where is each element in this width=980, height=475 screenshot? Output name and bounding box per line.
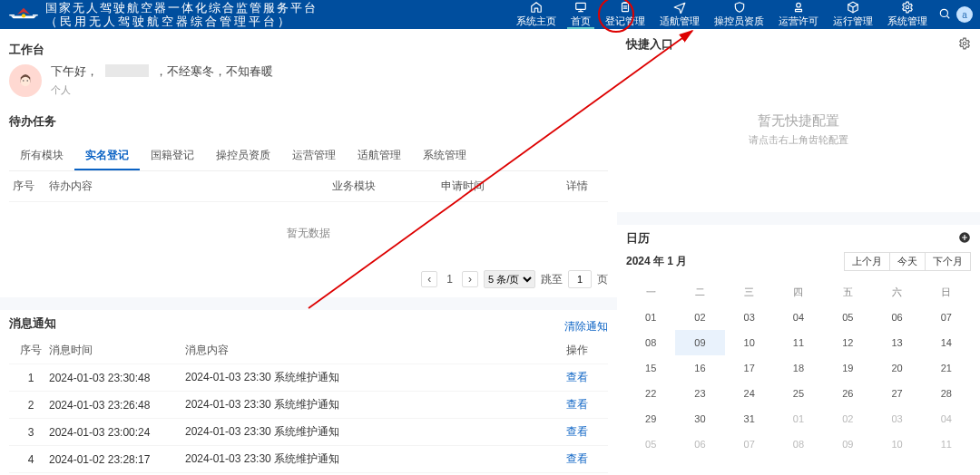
calendar-cell[interactable]: 11 xyxy=(774,330,823,355)
calendar-cell[interactable]: 03 xyxy=(872,406,921,431)
nav-item-2[interactable]: 登记管理 xyxy=(598,0,652,29)
notice-view-link[interactable]: 查看 xyxy=(566,452,588,465)
notice-row: 22024-01-03 23:26:482024-01-03 23:30 系统维… xyxy=(9,392,608,419)
calendar-cell[interactable]: 05 xyxy=(823,305,872,330)
calendar-cell[interactable]: 30 xyxy=(675,406,724,431)
calendar-cell[interactable]: 12 xyxy=(823,330,872,355)
notice-row: 32024-01-03 23:00:242024-01-03 23:30 系统维… xyxy=(9,419,608,446)
task-tab-6[interactable]: 系统管理 xyxy=(412,142,477,170)
calendar-cell[interactable]: 05 xyxy=(626,431,675,457)
svg-rect-2 xyxy=(33,15,38,15)
nav-item-4[interactable]: 操控员资质 xyxy=(707,0,771,29)
user-avatar xyxy=(9,64,42,97)
logo-emblem xyxy=(7,4,40,25)
task-tab-5[interactable]: 适航管理 xyxy=(347,142,412,170)
calendar-cell[interactable]: 14 xyxy=(922,330,971,355)
calendar-cell[interactable]: 23 xyxy=(675,381,724,406)
svg-point-10 xyxy=(21,76,31,86)
nav-item-5[interactable]: 运营许可 xyxy=(771,0,826,29)
quick-settings-gear-icon[interactable] xyxy=(958,37,971,53)
calendar-cell[interactable]: 31 xyxy=(725,406,774,431)
nav-item-6[interactable]: 运行管理 xyxy=(826,0,880,29)
calendar-cell[interactable]: 03 xyxy=(725,305,774,330)
workbench-greeting: 下午好， ，不经寒冬，不知春暖 个人 xyxy=(9,63,608,97)
user-avatar-badge[interactable]: a xyxy=(956,6,973,23)
calendar-prev-month[interactable]: 上个月 xyxy=(844,252,890,271)
calendar-cell[interactable]: 01 xyxy=(626,305,675,330)
greeting-prefix: 下午好， xyxy=(51,64,98,78)
task-tab-1[interactable]: 实名登记 xyxy=(74,142,140,170)
calendar-cell[interactable]: 07 xyxy=(922,305,971,330)
calendar-cell[interactable]: 10 xyxy=(725,330,774,355)
svg-rect-4 xyxy=(576,3,586,9)
top-nav: 系统主页首页登记管理适航管理操控员资质运营许可运行管理系统管理a xyxy=(509,0,973,29)
calendar-cell[interactable]: 09 xyxy=(823,431,872,457)
tasks-prev-page[interactable]: ‹ xyxy=(421,271,437,287)
notices-header: 序号 消息时间 消息内容 操作 xyxy=(9,337,608,364)
clear-notices-link[interactable]: 清除通知 xyxy=(564,319,608,334)
task-tab-3[interactable]: 操控员资质 xyxy=(205,142,281,170)
cube-icon xyxy=(847,1,859,14)
calendar-next-month[interactable]: 下个月 xyxy=(925,252,971,271)
calendar-cell[interactable]: 16 xyxy=(675,355,724,381)
calendar-cell[interactable]: 13 xyxy=(872,330,921,355)
calendar-cell[interactable]: 06 xyxy=(872,305,921,330)
calendar-cell[interactable]: 22 xyxy=(626,381,675,406)
calendar-cell[interactable]: 29 xyxy=(626,406,675,431)
clipboard-icon xyxy=(619,1,632,14)
calendar-cell[interactable]: 17 xyxy=(725,355,774,381)
nav-item-3[interactable]: 适航管理 xyxy=(652,0,707,29)
calendar-grid: 一二三四五六日 01020304050607080910111213141516… xyxy=(626,280,971,457)
svg-rect-1 xyxy=(9,15,15,15)
nav-search-icon[interactable] xyxy=(938,7,951,23)
calendar-cell[interactable]: 09 xyxy=(675,330,724,355)
calendar-cell[interactable]: 02 xyxy=(675,305,724,330)
task-tab-2[interactable]: 国籍登记 xyxy=(140,142,205,170)
calendar-cell[interactable]: 20 xyxy=(872,355,921,381)
calendar-cell[interactable]: 27 xyxy=(872,381,921,406)
calendar-cell[interactable]: 21 xyxy=(922,355,971,381)
tasks-table-header: 序号 待办内容 业务模块 申请时间 详情 xyxy=(9,171,608,202)
svg-point-12 xyxy=(26,80,27,81)
nav-item-1[interactable]: 首页 xyxy=(564,0,598,29)
notices-title: 消息通知 xyxy=(9,315,56,332)
notice-view-link[interactable]: 查看 xyxy=(566,425,588,438)
calendar-cell[interactable]: 08 xyxy=(626,330,675,355)
nav-item-7[interactable]: 系统管理 xyxy=(880,0,935,29)
quick-empty: 暂无快捷配置 请点击右上角齿轮配置 xyxy=(626,53,971,207)
task-tab-0[interactable]: 所有模块 xyxy=(9,142,74,170)
calendar-cell[interactable]: 11 xyxy=(922,431,971,457)
svg-point-7 xyxy=(906,5,909,9)
calendar-cell[interactable]: 25 xyxy=(774,381,823,406)
calendar-cell[interactable]: 10 xyxy=(872,431,921,457)
tasks-tabs: 所有模块实名登记国籍登记操控员资质运营管理适航管理系统管理 xyxy=(9,142,608,171)
calendar-cell[interactable]: 19 xyxy=(823,355,872,381)
calendar-cell[interactable]: 04 xyxy=(774,305,823,330)
tasks-page-size[interactable]: 5 条/页 xyxy=(484,270,535,288)
calendar-cell[interactable]: 26 xyxy=(823,381,872,406)
calendar-cell[interactable]: 02 xyxy=(823,406,872,431)
tasks-next-page[interactable]: › xyxy=(462,271,478,287)
notice-view-link[interactable]: 查看 xyxy=(566,398,588,411)
tasks-page-jump[interactable] xyxy=(568,270,592,288)
calendar-cell[interactable]: 28 xyxy=(922,381,971,406)
calendar-cell[interactable]: 06 xyxy=(675,431,724,457)
calendar-add-icon[interactable] xyxy=(958,231,971,247)
calendar-header: 2024 年 1 月 上个月 今天 下个月 xyxy=(626,252,971,271)
calendar-cell[interactable]: 18 xyxy=(774,355,823,381)
task-tab-4[interactable]: 运营管理 xyxy=(281,142,347,170)
platform-title: 国家无人驾驶航空器一体化综合监管服务平台 （民用无人驾驶航空器综合管理平台） xyxy=(45,1,318,28)
calendar-cell[interactable]: 07 xyxy=(725,431,774,457)
calendar-cell[interactable]: 01 xyxy=(774,406,823,431)
app-header: 国家无人驾驶航空器一体化综合监管服务平台 （民用无人驾驶航空器综合管理平台） 系… xyxy=(0,0,980,29)
calendar-today-button[interactable]: 今天 xyxy=(890,252,925,271)
stamp-icon xyxy=(792,1,805,14)
calendar-cell[interactable]: 08 xyxy=(774,431,823,457)
nav-item-0[interactable]: 系统主页 xyxy=(509,0,564,29)
notice-row: 12024-01-03 23:30:482024-01-03 23:30 系统维… xyxy=(9,364,608,392)
workbench-title: 工作台 xyxy=(9,42,608,58)
calendar-cell[interactable]: 24 xyxy=(725,381,774,406)
calendar-cell[interactable]: 04 xyxy=(922,406,971,431)
notice-view-link[interactable]: 查看 xyxy=(566,371,588,383)
calendar-cell[interactable]: 15 xyxy=(626,355,675,381)
